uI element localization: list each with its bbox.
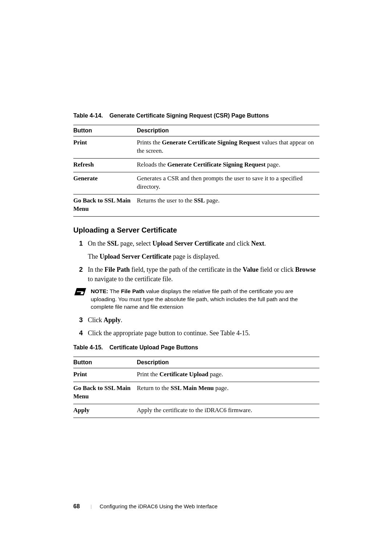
step-subtext: The Upload Server Certificate page is di… <box>88 252 319 261</box>
steps-list-cont: 3 Click Apply. 4 Click the appropriate p… <box>73 315 319 338</box>
table-row: Print Prints the Generate Certificate Si… <box>73 136 319 159</box>
step-text: Click the appropriate page button to con… <box>88 328 319 338</box>
cell-goback2: Go Back to SSL Main Menu <box>73 382 137 404</box>
step-text: On the SSL page, select Upload Server Ce… <box>88 239 319 261</box>
table-414-caption: Table 4-14.Generate Certificate Signing … <box>73 112 319 119</box>
page-number: 68 <box>73 503 80 509</box>
cell-goback: Go Back to SSL Main Menu <box>73 194 137 216</box>
table-row: Go Back to SSL Main Menu Returns the use… <box>73 194 319 216</box>
list-item: 3 Click Apply. <box>73 315 319 325</box>
cell-print-desc: Prints the Generate Certificate Signing … <box>137 136 319 159</box>
cell-refresh-desc: Reloads the Generate Certificate Signing… <box>137 158 319 172</box>
table-414-header-button: Button <box>73 125 137 136</box>
note-icon <box>74 288 86 295</box>
note-block: NOTE: The File Path value displays the r… <box>73 287 319 311</box>
cell-generate: Generate <box>73 172 137 194</box>
step-text: In the File Path field, type the path of… <box>88 265 319 284</box>
table-414-title: Generate Certificate Signing Request (CS… <box>110 112 269 119</box>
cell-generate-desc: Generates a CSR and then prompts the use… <box>137 172 319 194</box>
table-415-header-description: Description <box>137 357 319 368</box>
note-text: NOTE: The File Path value displays the r… <box>89 287 319 311</box>
page-footer: 68 | Configuring the iDRAC6 Using the We… <box>73 503 217 510</box>
document-page: Table 4-14.Generate Certificate Signing … <box>0 0 392 418</box>
steps-list: 1 On the SSL page, select Upload Server … <box>73 239 319 284</box>
cell-print: Print <box>73 136 137 159</box>
step-text: Click Apply. <box>88 315 319 325</box>
table-row: Go Back to SSL Main Menu Return to the S… <box>73 382 319 404</box>
table-row: Generate Generates a CSR and then prompt… <box>73 172 319 194</box>
step-number: 4 <box>73 328 88 338</box>
cell-apply: Apply <box>73 404 137 418</box>
table-415-title: Certificate Upload Page Buttons <box>110 344 198 350</box>
list-item: 2 In the File Path field, type the path … <box>73 265 319 284</box>
table-415-caption: Table 4-15.Certificate Upload Page Butto… <box>73 344 319 351</box>
cell-apply-desc: Apply the certificate to the iDRAC6 firm… <box>137 404 319 418</box>
step-number: 1 <box>73 239 88 261</box>
chapter-title: Configuring the iDRAC6 Using the Web Int… <box>99 503 217 509</box>
table-414-num: Table 4-14. <box>73 112 103 119</box>
table-415: Button Description Print Print the Certi… <box>73 357 319 418</box>
table-row: Print Print the Certificate Upload page. <box>73 368 319 382</box>
table-415-num: Table 4-15. <box>73 344 103 350</box>
list-item: 4 Click the appropriate page button to c… <box>73 328 319 338</box>
footer-separator: | <box>91 504 92 509</box>
cell-print2: Print <box>73 368 137 382</box>
table-414: Button Description Print Prints the Gene… <box>73 125 319 217</box>
table-row: Refresh Reloads the Generate Certificate… <box>73 158 319 172</box>
cell-print2-desc: Print the Certificate Upload page. <box>137 368 319 382</box>
cell-refresh: Refresh <box>73 158 137 172</box>
list-item: 1 On the SSL page, select Upload Server … <box>73 239 319 261</box>
section-heading-uploading: Uploading a Server Certificate <box>73 226 319 234</box>
table-415-header-button: Button <box>73 357 137 368</box>
table-row: Apply Apply the certificate to the iDRAC… <box>73 404 319 418</box>
step-number: 3 <box>73 315 88 325</box>
cell-goback2-desc: Return to the SSL Main Menu page. <box>137 382 319 404</box>
table-414-header-description: Description <box>137 125 319 136</box>
cell-goback-desc: Returns the user to the SSL page. <box>137 194 319 216</box>
step-number: 2 <box>73 265 88 284</box>
